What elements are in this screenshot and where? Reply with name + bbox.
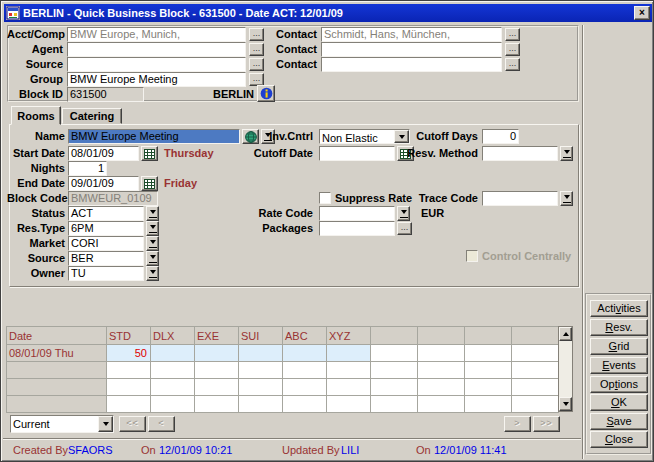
grid-cell[interactable] [512, 345, 559, 362]
name-field[interactable]: BMW Europe Meeting [68, 129, 240, 144]
contact2-field[interactable] [321, 42, 502, 57]
acct-comp-field[interactable]: BMW Europe, Munich, [67, 27, 246, 42]
grid-cell[interactable] [465, 396, 512, 413]
packages-field[interactable] [319, 221, 395, 236]
agent-lookup-button[interactable]: ... [249, 43, 264, 56]
grid-cell[interactable] [512, 362, 559, 379]
tab-rooms[interactable]: Rooms [11, 106, 61, 125]
grid-cell[interactable] [327, 379, 371, 396]
grid-cell[interactable] [195, 379, 239, 396]
grid-date-cell[interactable] [7, 362, 107, 379]
grid-cell[interactable] [512, 396, 559, 413]
market-list-button[interactable] [146, 236, 159, 251]
grid-cell[interactable] [371, 396, 418, 413]
cutoff-days-field[interactable]: 0 [482, 129, 519, 144]
grid-cell[interactable] [371, 345, 418, 362]
status-list-button[interactable] [146, 206, 159, 221]
contact1-field[interactable]: Schmidt, Hans, München, [321, 27, 502, 42]
grid-cell[interactable] [465, 345, 512, 362]
start-date-field[interactable]: 08/01/09 [68, 146, 139, 161]
grid-cell[interactable] [283, 345, 327, 362]
source-code-field[interactable]: BER [68, 251, 144, 266]
rate-code-field[interactable] [319, 206, 395, 221]
market-field[interactable]: CORI [68, 236, 144, 251]
options-button[interactable]: Options [590, 376, 648, 393]
contact3-field[interactable] [321, 57, 502, 72]
cutoff-date-field[interactable] [319, 146, 395, 161]
save-button[interactable]: Save [590, 413, 648, 430]
grid-cell[interactable] [465, 379, 512, 396]
grid-cell[interactable] [151, 362, 195, 379]
owner-list-button[interactable] [146, 266, 159, 281]
grid-date-cell[interactable] [7, 396, 107, 413]
grid-cell[interactable] [327, 362, 371, 379]
property-info-button[interactable] [257, 85, 275, 102]
close-button[interactable]: Close [590, 431, 648, 448]
grid-cell[interactable] [107, 379, 151, 396]
contact1-lookup-button[interactable]: ... [505, 28, 520, 41]
grid-cell[interactable] [418, 362, 465, 379]
nights-field[interactable]: 1 [68, 161, 107, 176]
grid-cell[interactable] [195, 362, 239, 379]
source-list-button[interactable] [146, 251, 159, 266]
resv-button[interactable]: Resv. [590, 319, 648, 336]
grid-view-dropdown-button[interactable] [98, 416, 113, 432]
grid-cell[interactable] [151, 379, 195, 396]
group-field[interactable]: BMW Europe Meeting [67, 72, 246, 87]
contact3-lookup-button[interactable]: ... [505, 58, 520, 71]
res-type-field[interactable]: 6PM [68, 221, 144, 236]
nav-next-button[interactable]: > [504, 416, 531, 432]
scroll-down-button[interactable] [559, 397, 572, 411]
resv-method-field[interactable] [482, 146, 558, 161]
grid-button[interactable]: Grid [590, 338, 648, 355]
grid-cell[interactable] [239, 362, 283, 379]
owner-field[interactable]: TU [68, 266, 144, 281]
grid-cell[interactable] [283, 362, 327, 379]
grid-cell[interactable] [418, 345, 465, 362]
contact2-lookup-button[interactable]: ... [505, 43, 520, 56]
grid-date-cell[interactable]: 08/01/09 Thu [7, 345, 107, 362]
source-field[interactable] [67, 57, 246, 72]
grid-cell[interactable] [371, 379, 418, 396]
nav-first-button[interactable]: << [119, 416, 146, 432]
grid-cell[interactable] [371, 362, 418, 379]
grid-cell[interactable] [107, 396, 151, 413]
res-type-list-button[interactable] [146, 221, 159, 236]
packages-lookup-button[interactable]: ... [397, 222, 412, 235]
grid-cell[interactable] [195, 345, 239, 362]
agent-field[interactable] [67, 42, 246, 57]
grid-date-cell[interactable] [7, 379, 107, 396]
inv-cntrl-select[interactable]: Non Elastic [319, 129, 410, 144]
activities-button[interactable]: Activities [590, 300, 648, 317]
ok-button[interactable]: OK [590, 394, 648, 411]
trace-code-list-button[interactable] [560, 191, 573, 206]
close-icon[interactable]: × [634, 6, 650, 20]
grid-cell[interactable] [107, 362, 151, 379]
grid-cell[interactable] [195, 396, 239, 413]
grid-cell[interactable] [418, 379, 465, 396]
tab-catering[interactable]: Catering [62, 108, 122, 124]
grid-cell[interactable] [151, 396, 195, 413]
grid-cell[interactable] [465, 362, 512, 379]
grid-cell[interactable] [418, 396, 465, 413]
status-field[interactable]: ACT [68, 206, 144, 221]
grid-cell[interactable] [283, 396, 327, 413]
grid-cell[interactable] [283, 379, 327, 396]
acct-comp-lookup-button[interactable]: ... [249, 28, 264, 41]
grid-view-select[interactable]: Current [10, 415, 114, 433]
grid-cell[interactable] [327, 345, 371, 362]
start-date-calendar-button[interactable] [141, 146, 158, 161]
grid-cell[interactable] [151, 345, 195, 362]
grid-cell[interactable]: 50 [107, 345, 151, 362]
source-lookup-button[interactable]: ... [249, 58, 264, 71]
end-date-calendar-button[interactable] [141, 176, 158, 191]
events-button[interactable]: Events [590, 357, 648, 374]
resv-method-list-button[interactable] [560, 146, 573, 161]
grid-scrollbar[interactable] [558, 326, 573, 412]
grid-cell[interactable] [327, 396, 371, 413]
nav-prev-button[interactable]: < [148, 416, 175, 432]
rate-code-list-button[interactable] [397, 206, 410, 221]
end-date-field[interactable]: 09/01/09 [68, 176, 139, 191]
suppress-rate-checkbox[interactable] [319, 192, 331, 204]
grid-cell[interactable] [239, 379, 283, 396]
